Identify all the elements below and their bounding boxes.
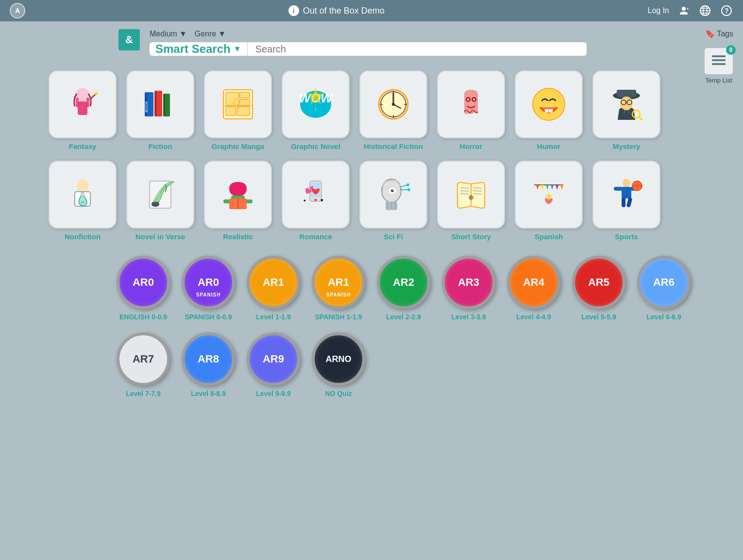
ar-item-level-2-2.9[interactable]: AR2Level 2-2.9 — [377, 256, 430, 321]
svg-rect-112 — [622, 187, 631, 198]
svg-line-98 — [460, 194, 469, 194]
svg-point-48 — [467, 99, 469, 100]
top-bar-right: Log In ? — [648, 4, 733, 17]
genre-item-nonfiction[interactable]: Nonfiction — [49, 161, 117, 241]
genre-icon-short-story — [437, 161, 505, 229]
genre-label-sci-fi: Sci Fi — [384, 232, 403, 241]
svg-line-87 — [401, 185, 407, 187]
genre-item-humor[interactable]: Humor — [515, 70, 583, 151]
ar-item-spanish-1-1.9[interactable]: AR1SPANISHSPANISH 1-1.9 — [312, 256, 365, 321]
ar-item-level-6-6.9[interactable]: AR6Level 6-6.9 — [637, 256, 691, 321]
ar-label-level-4-4.9: Level 4-4.9 — [516, 313, 551, 321]
genre-icon-novel-in-verse — [126, 161, 194, 229]
svg-text:💕: 💕 — [305, 186, 314, 194]
svg-text:♥: ♥ — [321, 198, 323, 203]
genre-icon-fantasy — [49, 70, 117, 138]
app-logo[interactable]: A — [10, 3, 25, 18]
svg-rect-115 — [622, 198, 625, 207]
medium-filter[interactable]: Medium ▼ — [150, 30, 187, 38]
ar-label-level-2-2.9: Level 2-2.9 — [386, 313, 421, 321]
ar-circle-no-quiz: ARNO — [312, 332, 365, 386]
svg-rect-12 — [76, 98, 79, 107]
ar-circle-level-1-1.9: AR1 — [247, 256, 300, 309]
ar-item-level-8-8.9[interactable]: AR8Level 8-8.9 — [182, 332, 235, 397]
top-bar-left: A — [10, 3, 25, 18]
genre-filter[interactable]: Genre ▼ — [195, 30, 226, 38]
genre-icon-spanish — [515, 161, 583, 229]
genre-item-historical-fiction[interactable]: Historical Fiction — [359, 70, 427, 151]
ar-label-spanish-1-1.9: SPANISH 1-1.9 — [315, 313, 362, 321]
ar-item-spanish-0-0.9[interactable]: AR0SPANISHSPANISH 0-0.9 — [182, 256, 235, 321]
smart-search-label[interactable]: Smart Search ▼ — [150, 42, 248, 56]
svg-point-111 — [623, 179, 630, 187]
ar-label-level-1-1.9: Level 1-1.9 — [256, 313, 291, 321]
svg-point-79 — [314, 199, 317, 201]
ar-item-level-7-7.9[interactable]: AR7Level 7-7.9 — [117, 332, 170, 397]
search-row: Smart Search ▼ — [150, 42, 587, 56]
genre-label-humor: Humor — [537, 142, 560, 151]
genre-item-horror[interactable]: Horror — [437, 70, 505, 151]
person-icon[interactable] — [677, 4, 691, 17]
svg-point-67 — [81, 201, 84, 204]
genre-item-short-story[interactable]: Short Story — [437, 161, 505, 241]
genre-icon-sci-fi — [359, 161, 427, 229]
help-icon[interactable]: ? — [720, 4, 733, 17]
search-input[interactable] — [248, 44, 587, 55]
ar-item-level-5-5.9[interactable]: AR5Level 5-5.9 — [572, 256, 625, 321]
genre-item-realistic[interactable]: Realistic — [204, 161, 272, 241]
svg-point-85 — [391, 189, 394, 192]
ar-label-no-quiz: NO Quiz — [325, 390, 352, 397]
svg-marker-108 — [556, 185, 558, 190]
genre-item-romance[interactable]: 💕 ♥ ♥ Romance — [282, 161, 350, 241]
tags-filter[interactable]: 🔖 Tags — [705, 29, 733, 38]
genre-item-fantasy[interactable]: Fantasy — [49, 70, 117, 151]
genre-item-novel-in-verse[interactable]: Novel in Verse — [126, 161, 194, 241]
ar-item-english-0-0.9[interactable]: AR0ENGLISH 0-0.9 — [117, 256, 170, 321]
ar-item-level-9-9.9[interactable]: AR9Level 9-9.9 — [247, 332, 300, 397]
svg-rect-52 — [545, 109, 549, 113]
main-content: Fantasy BOOK Fiction Graphic Manga WOW !… — [0, 61, 743, 407]
genre-icon-graphic-novel: WOW ! — [282, 70, 350, 138]
chevron-down-icon: ▼ — [179, 30, 187, 38]
genre-item-sci-fi[interactable]: Sci Fi — [359, 161, 427, 241]
genre-icon-fiction: BOOK — [126, 70, 194, 138]
ar-level-grid: AR0ENGLISH 0-0.9AR0SPANISHSPANISH 0-0.9A… — [49, 256, 694, 397]
genre-icon-nonfiction — [49, 161, 117, 229]
svg-marker-109 — [560, 185, 563, 190]
ar-label-spanish-0-0.9: SPANISH 0-0.9 — [185, 313, 232, 321]
ar-item-level-3-3.9[interactable]: AR3Level 3-3.9 — [442, 256, 495, 321]
genre-grid: Fantasy BOOK Fiction Graphic Manga WOW !… — [49, 70, 694, 241]
genre-icon-romance: 💕 ♥ ♥ — [282, 161, 350, 229]
genre-icon-mystery — [592, 70, 660, 138]
ar-label-level-8-8.9: Level 8-8.9 — [191, 390, 226, 397]
globe-icon[interactable] — [698, 4, 712, 17]
svg-point-14 — [78, 90, 87, 98]
info-icon[interactable]: i — [288, 5, 299, 16]
svg-point-86 — [392, 190, 393, 191]
svg-marker-106 — [546, 185, 549, 190]
genre-item-mystery[interactable]: Mystery — [592, 70, 660, 151]
genre-label-fantasy: Fantasy — [69, 142, 97, 151]
svg-text:♥: ♥ — [304, 198, 306, 203]
genre-item-graphic-manga[interactable]: Graphic Manga — [204, 70, 272, 151]
ar-label-level-6-6.9: Level 6-6.9 — [646, 313, 681, 321]
genre-item-fiction[interactable]: BOOK Fiction — [126, 70, 194, 151]
genre-icon-horror — [437, 70, 505, 138]
temp-list-badge: 0 — [726, 45, 736, 55]
genre-item-graphic-novel[interactable]: WOW ! Graphic Novel — [282, 70, 350, 151]
genre-item-spanish[interactable]: Spanish — [515, 161, 583, 241]
genre-item-sports[interactable]: Sports — [592, 161, 660, 241]
ar-circle-level-9-9.9: AR9 — [247, 332, 300, 386]
ar-circle-level-8-8.9: AR8 — [182, 332, 235, 386]
ar-item-level-1-1.9[interactable]: AR1Level 1-1.9 — [247, 256, 300, 321]
ar-item-no-quiz[interactable]: ARNONO Quiz — [312, 332, 365, 397]
svg-marker-107 — [551, 185, 554, 190]
genre-label-mystery: Mystery — [613, 142, 641, 151]
ar-circle-level-7-7.9: AR7 — [117, 332, 170, 386]
ar-circle-level-4-4.9: AR4 — [507, 256, 560, 309]
ar-circle-level-3-3.9: AR3 — [442, 256, 495, 309]
ar-item-level-4-4.9[interactable]: AR4Level 4-4.9 — [507, 256, 560, 321]
svg-rect-11 — [78, 101, 87, 115]
login-button[interactable]: Log In — [648, 6, 669, 15]
svg-point-102 — [469, 195, 473, 200]
